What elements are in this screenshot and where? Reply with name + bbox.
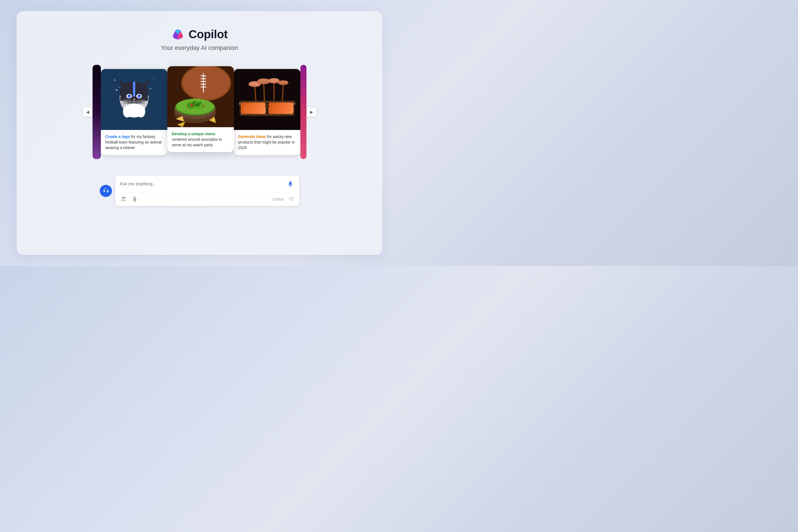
input-section: 0/2000 — [100, 176, 299, 206]
svg-point-52 — [195, 101, 198, 104]
svg-point-3 — [119, 87, 119, 87]
card-1[interactable]: ✦ ✦ Create a logo for my fantasy footbal… — [101, 69, 167, 155]
copilot-logo-icon — [171, 28, 185, 41]
svg-point-18 — [139, 95, 140, 96]
input-actions-right: 0/2000 — [273, 195, 295, 203]
svg-point-1 — [153, 78, 154, 79]
input-row: 0/2000 — [100, 176, 299, 206]
svg-point-51 — [198, 101, 202, 105]
svg-point-33 — [183, 66, 230, 99]
svg-point-0 — [114, 79, 115, 81]
svg-text:✦: ✦ — [149, 87, 152, 90]
card-3[interactable]: Generate ideas for wacky new products th… — [234, 69, 300, 155]
card-2-image — [167, 66, 234, 127]
char-count: 0/2000 — [273, 197, 284, 202]
card-1-image: ✦ ✦ — [101, 69, 167, 130]
svg-rect-7 — [133, 81, 135, 97]
svg-point-77 — [271, 103, 291, 113]
card-1-body: Create a logo for my fantasy football te… — [101, 130, 167, 155]
send-icon — [288, 196, 294, 202]
svg-point-74 — [239, 102, 241, 105]
svg-rect-80 — [122, 198, 125, 200]
header: Copilot Your everyday AI companion — [161, 28, 238, 52]
prev-arrow-button[interactable]: ◀ — [82, 107, 93, 117]
next-arrow-button[interactable]: ▶ — [306, 107, 317, 117]
svg-text:✦: ✦ — [115, 88, 118, 92]
headset-icon — [103, 188, 109, 194]
card-2-highlight[interactable]: Develop a unique menu — [172, 132, 215, 136]
logo-row: Copilot — [171, 28, 227, 41]
svg-point-54 — [203, 105, 204, 107]
svg-point-16 — [137, 94, 141, 98]
svg-point-28 — [137, 107, 145, 117]
screenshot-icon — [121, 196, 126, 202]
card-3-highlight[interactable]: Generate ideas — [238, 134, 266, 139]
svg-point-61 — [258, 78, 270, 83]
card-3-body: Generate ideas for wacky new products th… — [234, 130, 300, 155]
svg-point-27 — [123, 107, 131, 117]
svg-rect-71 — [265, 105, 269, 107]
partial-card-right — [300, 65, 306, 159]
svg-point-53 — [191, 104, 193, 106]
cards-section: ◀ — [28, 65, 371, 159]
card-3-image — [234, 69, 300, 130]
card-1-highlight[interactable]: Create a logo — [105, 134, 130, 139]
input-actions-left — [120, 195, 138, 203]
card-2-body: Develop a unique menu centered around av… — [167, 127, 234, 152]
svg-point-67 — [279, 80, 288, 84]
svg-line-59 — [264, 83, 264, 101]
attach-button[interactable] — [131, 195, 138, 203]
card-1-text: Create a logo for my fantasy football te… — [105, 134, 163, 151]
app-subtitle: Your everyday AI companion — [161, 44, 238, 52]
svg-rect-72 — [240, 101, 295, 102]
app-title: Copilot — [188, 28, 227, 41]
svg-point-17 — [129, 95, 130, 96]
svg-rect-73 — [240, 114, 295, 115]
svg-point-75 — [293, 102, 296, 105]
partial-card-left — [93, 65, 101, 159]
svg-point-76 — [244, 103, 263, 113]
card-2[interactable]: Develop a unique menu centered around av… — [167, 66, 234, 152]
mic-button[interactable] — [286, 179, 295, 188]
svg-point-15 — [128, 94, 131, 98]
screenshot-button[interactable] — [120, 195, 128, 203]
svg-point-19 — [133, 99, 135, 100]
card-3-text: Generate ideas for wacky new products th… — [238, 134, 296, 151]
input-top — [115, 176, 299, 193]
card-2-text: Develop a unique menu centered around av… — [172, 131, 229, 148]
svg-point-64 — [269, 78, 279, 82]
attach-icon — [132, 196, 137, 202]
send-button[interactable] — [287, 195, 295, 203]
input-bottom: 0/2000 — [115, 193, 299, 206]
svg-rect-55 — [234, 69, 300, 130]
chat-input[interactable] — [120, 182, 286, 187]
avatar-button[interactable] — [100, 185, 112, 197]
input-box: 0/2000 — [115, 176, 299, 206]
mic-icon — [288, 181, 293, 187]
main-container: Copilot Your everyday AI companion ◀ — [17, 11, 382, 255]
